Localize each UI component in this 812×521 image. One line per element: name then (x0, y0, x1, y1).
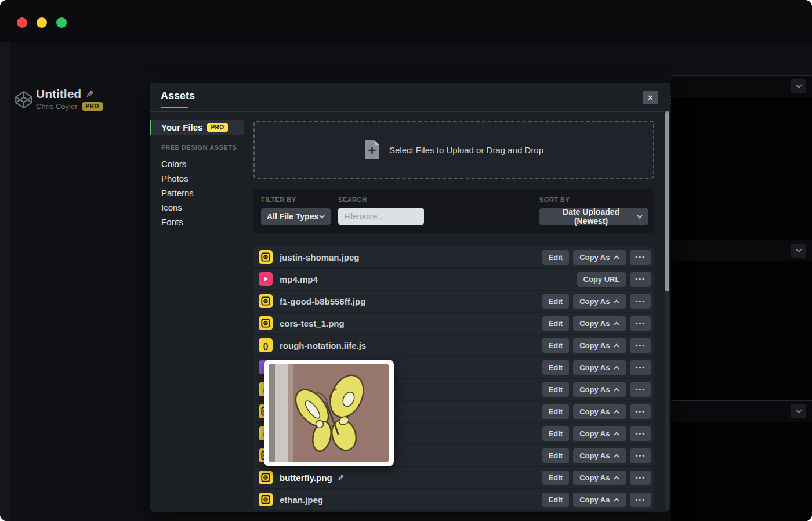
collapse-panel-button[interactable] (791, 79, 806, 93)
more-options-button[interactable]: ••• (630, 360, 651, 375)
file-type-dropdown[interactable]: All File Types (261, 208, 331, 225)
file-row: butterfly.png ✎ Edit Copy As ••• (253, 467, 654, 488)
close-modal-button[interactable]: ✕ (643, 91, 658, 104)
sidebar-item-your-files[interactable]: Your Files PRO (150, 120, 244, 135)
edit-button[interactable]: Edit (542, 250, 570, 265)
file-name: f1-good-b8b556ff.jpg (280, 296, 365, 306)
chevron-up-icon (614, 454, 619, 458)
sort-dropdown[interactable]: Date Uploaded (Newest) (539, 208, 648, 225)
edit-button[interactable]: Edit (542, 471, 570, 485)
chevron-down-icon (319, 215, 325, 219)
copy-button[interactable]: Copy As (573, 404, 626, 419)
sidebar-item-patterns[interactable]: Patterns (161, 186, 194, 200)
copy-button[interactable]: Copy As (573, 382, 626, 397)
traffic-light-close[interactable] (17, 17, 27, 28)
copy-button[interactable]: Copy As (573, 338, 626, 353)
chevron-down-icon (637, 215, 643, 219)
sidebar-item-colors[interactable]: Colors (161, 157, 194, 171)
sidebar-items: Colors Photos Patterns Icons Fonts (161, 157, 194, 229)
row-actions: Edit Copy As ••• (542, 404, 651, 419)
edit-title-pencil-icon[interactable]: ✎ (86, 89, 93, 100)
edit-button[interactable]: Edit (542, 448, 570, 463)
edit-button[interactable]: Edit (542, 360, 570, 375)
more-options-button[interactable]: ••• (630, 382, 651, 397)
edit-button[interactable]: Edit (542, 493, 570, 507)
title-accent-underline (161, 107, 188, 108)
row-actions: Edit Copy As ••• (542, 316, 651, 331)
chevron-down-icon (795, 409, 802, 414)
row-actions: Edit Copy As ••• (542, 338, 651, 353)
assets-modal: Assets ✕ Your Files PRO FREE DESIGN ASSE… (150, 83, 670, 512)
copy-button[interactable]: Copy As (573, 316, 626, 331)
filename-search-input[interactable] (338, 208, 424, 225)
file-type-icon (259, 272, 273, 286)
copy-label: Copy As (579, 451, 610, 460)
chevron-up-icon (614, 366, 619, 370)
pen-author[interactable]: Chris Coyier (36, 102, 78, 111)
collapse-panel-button[interactable] (791, 244, 806, 258)
edit-button[interactable]: Edit (542, 382, 570, 397)
more-options-button[interactable]: ••• (630, 426, 651, 441)
copy-button[interactable]: Copy As (573, 471, 626, 485)
traffic-light-zoom[interactable] (56, 17, 67, 28)
upload-label: Select Files to Upload or Drag and Drop (389, 145, 543, 155)
edit-button[interactable]: Edit (542, 426, 570, 441)
row-actions: Edit Copy As ••• (542, 471, 651, 485)
file-row: mp4.mp4 Copy URL ••• (253, 269, 654, 290)
sidebar-item-icons[interactable]: Icons (161, 200, 194, 215)
chevron-up-icon (614, 343, 619, 348)
edit-button[interactable]: Edit (542, 316, 570, 331)
more-options-button[interactable]: ••• (630, 493, 651, 507)
copy-button[interactable]: Copy URL (577, 272, 626, 287)
more-options-button[interactable]: ••• (630, 316, 651, 331)
row-actions: Edit Copy As ••• (542, 448, 651, 463)
assets-modal-header: Assets ✕ (150, 83, 670, 112)
pro-badge: PRO (207, 123, 227, 132)
filter-bar: FILTER BY All File Types SEARCH SORT BY … (253, 189, 654, 233)
sidebar-item-fonts[interactable]: Fonts (161, 215, 194, 229)
file-name: butterfly.png (280, 473, 332, 483)
edit-button[interactable]: Edit (542, 294, 570, 309)
row-actions: Edit Copy As ••• (542, 360, 651, 375)
copy-button[interactable]: Copy As (573, 448, 626, 463)
rename-pencil-icon[interactable]: ✎ (338, 473, 344, 482)
collapse-panel-button[interactable] (791, 404, 806, 418)
file-plus-icon (364, 140, 380, 160)
more-options-button[interactable]: ••• (630, 294, 651, 309)
row-actions: Edit Copy As ••• (542, 294, 651, 309)
row-actions: Edit Copy As ••• (542, 250, 651, 265)
copy-button[interactable]: Copy As (573, 360, 626, 375)
more-options-button[interactable]: ••• (630, 404, 651, 419)
copy-label: Copy As (579, 363, 610, 372)
more-options-button[interactable]: ••• (630, 471, 651, 485)
more-options-button[interactable]: ••• (630, 250, 651, 265)
copy-button[interactable]: Copy As (573, 250, 626, 265)
modal-scrollbar-thumb[interactable] (665, 111, 669, 291)
sidebar-item-photos[interactable]: Photos (161, 171, 194, 186)
file-type-icon (259, 294, 273, 308)
chevron-up-icon (614, 498, 619, 502)
row-actions: Copy URL ••• (577, 272, 651, 287)
copy-label: Copy As (579, 385, 610, 394)
editor-panels (671, 75, 812, 521)
sort-by-label: SORT BY (539, 196, 648, 203)
copy-button[interactable]: Copy As (573, 426, 626, 441)
window-titlebar (0, 0, 812, 42)
modal-title: Assets (161, 90, 195, 102)
more-options-button[interactable]: ••• (630, 338, 651, 353)
edit-button[interactable]: Edit (542, 404, 570, 419)
row-actions: Edit Copy As ••• (542, 426, 651, 441)
chevron-up-icon (614, 432, 619, 436)
file-row: ethan.jpeg Edit Copy As ••• (253, 489, 654, 510)
file-row: cors-test_1.png Edit Copy As ••• (253, 313, 654, 334)
traffic-light-minimize[interactable] (37, 17, 47, 28)
more-options-button[interactable]: ••• (630, 448, 651, 463)
copy-button[interactable]: Copy As (573, 294, 626, 309)
copy-button[interactable]: Copy As (573, 493, 626, 507)
more-options-button[interactable]: ••• (630, 272, 651, 287)
file-upload-dropzone[interactable]: Select Files to Upload or Drag and Drop (253, 121, 654, 179)
left-rail (0, 42, 10, 521)
file-name: mp4.mp4 (280, 274, 318, 284)
codepen-logo-icon[interactable] (14, 90, 34, 110)
edit-button[interactable]: Edit (542, 338, 570, 353)
